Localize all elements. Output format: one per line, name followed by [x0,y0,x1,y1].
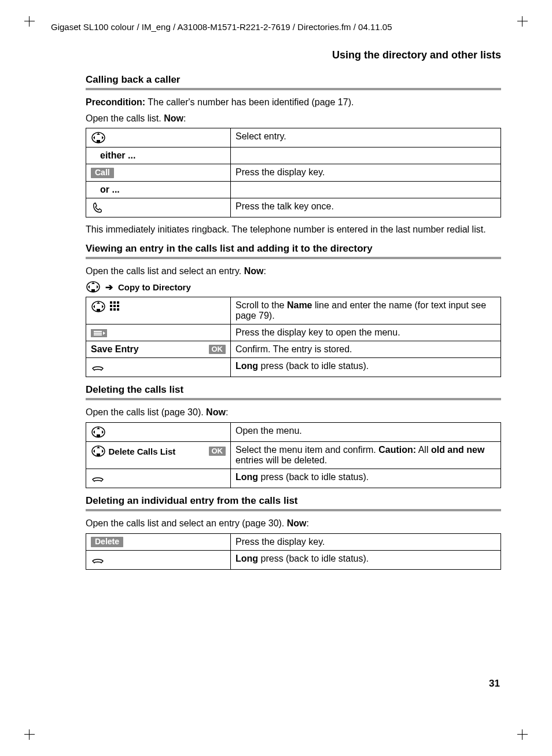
page-content: Using the directory and other lists Call… [35,32,517,570]
hangup-key-icon [91,554,105,566]
ok-softkey: OK [209,345,226,354]
section-rule [86,509,501,511]
page-number: 31 [489,678,500,689]
table-row: Scroll to the Name line and enter the na… [86,297,501,324]
table-row: Save Entry OK Confirm. The entry is stor… [86,341,501,358]
talk-key-icon [91,201,105,214]
either-label: either ... [86,147,231,164]
menu-path: ➔ Copy to Directory [86,281,501,293]
hangup-key-icon [91,361,105,374]
step-description: Press the display key to open the menu. [231,324,501,341]
ok-softkey: OK [209,447,226,456]
svg-rect-8 [110,308,112,311]
section-heading-calling-back: Calling back a caller [86,74,501,86]
svg-rect-12 [117,301,119,304]
nav-key-icon [86,281,101,293]
step-description: Scroll to the Name line and enter the na… [231,297,501,324]
nav-key-icon [91,300,106,313]
steps-table-deleting-entry: Delete Press the display key. Long press… [86,533,501,570]
crop-mark-icon [24,16,35,27]
section-rule [86,257,501,259]
step-description: Select the menu item and confirm. Cautio… [231,441,501,469]
table-row: Select entry. [86,128,501,147]
svg-rect-10 [113,305,116,307]
svg-rect-9 [113,301,116,304]
svg-rect-14 [117,308,119,311]
page-title: Using the directory and other lists [86,49,501,61]
table-row: Press the talk key once. [86,198,501,217]
step-description: Open the menu. [231,422,501,441]
hangup-key-icon [91,472,105,485]
steps-table-viewing-entry: Scroll to the Name line and enter the na… [86,297,501,377]
svg-rect-13 [117,305,119,307]
crop-mark-icon [24,729,35,740]
instruction-open-calls-p30: Open the calls list (page 30). Now: [86,406,501,419]
table-row: Open the menu. [86,422,501,441]
nav-key-icon [91,426,106,438]
precondition-text: Precondition: The caller's number has be… [86,96,501,109]
instruction-open-calls: Open the calls list. Now: [86,112,501,125]
svg-rect-16 [97,434,100,437]
save-entry-label: Save Entry [91,344,139,355]
precondition-label: Precondition: [86,97,145,107]
document-header: Gigaset SL100 colour / IM_eng / A31008-M… [35,22,517,32]
crop-mark-icon [517,729,528,740]
svg-rect-1 [97,140,100,142]
table-row: Long press (back to idle status). [86,469,501,488]
or-label: or ... [86,182,231,198]
step-description: Press the talk key once. [231,198,501,217]
svg-rect-5 [97,309,100,311]
delete-calls-list-label: Delete Calls List [108,446,175,456]
crop-mark-icon [517,16,528,27]
ringback-note: This immediately initiates ringback. The… [86,223,501,236]
menu-path-label: Copy to Directory [118,282,191,292]
nav-key-icon [91,445,106,458]
svg-rect-3 [91,289,95,292]
section-heading-viewing-entry: Viewing an entry in the calls list and a… [86,243,501,255]
svg-rect-18 [97,453,100,456]
step-description: Press the display key. [231,533,501,551]
document-page: Gigaset SL100 colour / IM_eng / A31008-M… [0,0,552,756]
section-rule [86,88,501,90]
svg-rect-11 [113,308,116,311]
step-description: Long press (back to idle status). [231,551,501,570]
call-softkey: Call [91,168,114,178]
delete-softkey: Delete [91,537,123,547]
step-description: Long press (back to idle status). [231,358,501,377]
arrow-right-icon: ➔ [105,282,113,293]
table-row: Call Press the display key. [86,164,501,182]
step-description: Press the display key. [231,164,501,182]
section-heading-deleting-list: Deleting the calls list [86,384,501,396]
steps-table-deleting-list: Open the menu. Delete Calls List OK [86,422,501,488]
instruction-open-select-p30: Open the calls list and select an entry … [86,517,501,530]
svg-rect-7 [110,305,112,307]
step-description: Select entry. [231,128,501,147]
section-heading-deleting-entry: Deleting an individual entry from the ca… [86,495,501,507]
svg-rect-6 [110,301,112,304]
table-row: or ... [86,182,501,198]
instruction-open-select: Open the calls list and select an entry.… [86,265,501,278]
step-description: Long press (back to idle status). [231,469,501,488]
table-row: Press the display key to open the menu. [86,324,501,341]
table-row: Delete Calls List OK Select the menu ite… [86,441,501,469]
menu-softkey-icon [91,329,107,337]
table-row: Long press (back to idle status). [86,358,501,377]
section-rule [86,398,501,400]
nav-key-icon [91,131,106,144]
keypad-icon [108,300,122,313]
table-row: Delete Press the display key. [86,533,501,551]
steps-table-calling-back: Select entry. either ... Call Press the … [86,128,501,217]
table-row: either ... [86,147,501,164]
step-description: Confirm. The entry is stored. [231,341,501,358]
table-row: Long press (back to idle status). [86,551,501,570]
